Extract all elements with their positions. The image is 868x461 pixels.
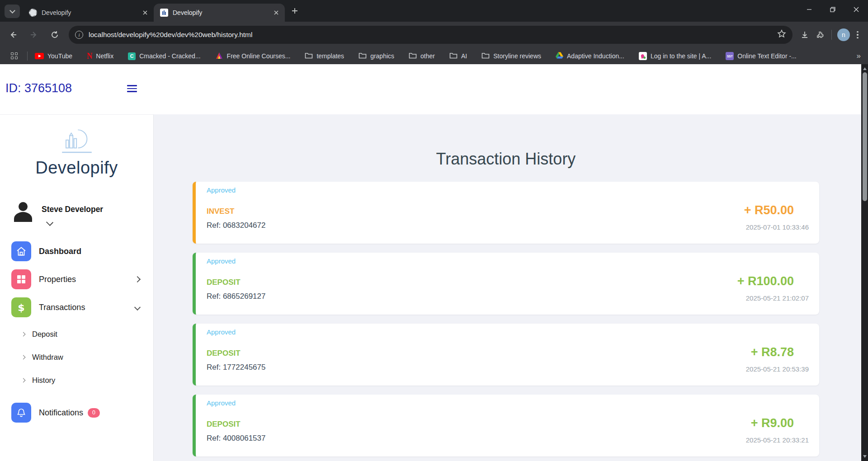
submenu-item-withdraw[interactable]: Withdraw [22, 353, 153, 362]
sidebar-item-transactions[interactable]: $ Transactions [11, 297, 144, 317]
new-tab-button[interactable] [288, 5, 301, 17]
bookmark-star-icon[interactable] [777, 29, 786, 40]
reload-button[interactable] [47, 27, 62, 42]
tab-close-icon[interactable] [141, 9, 149, 17]
bookmark-folder-storyline[interactable]: Storyline reviews [481, 52, 541, 60]
transaction-ref: Ref: 0683204672 [207, 221, 265, 230]
transaction-card: Approved INVEST Ref: 0683204672 + R50.00… [193, 182, 819, 244]
profile-name: Steve Developer [42, 205, 103, 214]
download-icon[interactable] [797, 27, 812, 42]
user-id-text: ID: 3765108 [5, 81, 72, 95]
transaction-type: DEPOSIT [207, 349, 265, 358]
scroll-up-icon[interactable] [861, 65, 868, 72]
submenu-item-deposit[interactable]: Deposit [22, 330, 153, 339]
browser-toolbar: i localhost/developify%20dev/dev%20web/h… [0, 22, 868, 48]
sidebar-item-label: Properties [39, 275, 76, 284]
menu-dots-icon[interactable] [852, 31, 863, 39]
browser-tab-inactive[interactable]: Developify [23, 4, 154, 22]
sidebar-item-properties[interactable]: Properties [11, 269, 144, 289]
transaction-date: 2025-05-21 20:53:39 [746, 365, 809, 373]
scrollbar-thumb[interactable] [863, 72, 867, 201]
netflix-icon: N [87, 51, 92, 61]
profile-block[interactable]: Steve Developer [13, 201, 153, 225]
chevron-down-icon [134, 304, 141, 310]
favicon [29, 9, 37, 17]
profile-avatar[interactable]: n [837, 28, 850, 41]
sidebar-item-label: Notifications [39, 408, 83, 418]
chevron-right-icon [21, 355, 26, 360]
sidebar-item-dashboard[interactable]: Dashboard [11, 241, 144, 261]
transaction-date: 2025-05-21 20:33:21 [746, 436, 809, 444]
extensions-icon[interactable] [812, 27, 828, 42]
transaction-card: Approved DEPOSIT Ref: 1772245675 + R8.78… [193, 324, 819, 386]
forward-button[interactable] [26, 27, 42, 42]
transaction-date: 2025-07-01 10:33:46 [744, 223, 809, 231]
sst-icon: SST [726, 52, 734, 60]
transaction-amount: + R50.00 [744, 203, 794, 217]
back-button[interactable] [5, 27, 21, 42]
restore-button[interactable] [821, 0, 844, 19]
transaction-type: DEPOSIT [207, 420, 265, 429]
browser-tab-active[interactable]: Developify [154, 4, 285, 22]
transaction-card: Approved DEPOSIT Ref: 6865269127 + R100.… [193, 253, 819, 315]
chevron-right-icon [134, 276, 141, 282]
bookmark-cmacked[interactable]: C Cmacked - Cracked... [128, 52, 200, 60]
login-site-icon [639, 52, 647, 60]
apps-grid-icon[interactable] [11, 52, 18, 60]
sidebar-item-label: Transactions [39, 303, 85, 312]
chevron-down-icon[interactable] [46, 219, 53, 226]
close-button[interactable] [844, 0, 868, 19]
tab-search-button[interactable] [5, 5, 20, 18]
bookmark-courses[interactable]: Free Online Courses... [215, 52, 291, 61]
brand-logo: Developify [0, 127, 153, 178]
home-icon [11, 241, 31, 261]
sidebar-item-label: Dashboard [39, 247, 81, 256]
folder-icon [305, 52, 313, 60]
address-bar[interactable]: i localhost/developify%20dev/dev%20web/h… [69, 26, 793, 44]
bookmark-adaptive[interactable]: Adaptive Induction... [556, 52, 624, 60]
folder-icon [481, 52, 490, 60]
minimize-button[interactable] [797, 0, 821, 19]
transaction-date: 2025-05-21 21:02:07 [737, 294, 809, 302]
favicon [160, 9, 168, 17]
bookmarks-bar: YouTube N Netflix C Cmacked - Cracked...… [0, 48, 868, 64]
bookmark-youtube[interactable]: YouTube [35, 52, 72, 60]
transaction-status: Approved [207, 328, 265, 336]
bookmark-login[interactable]: Log in to the site | A... [639, 52, 711, 60]
bookmark-texteditor[interactable]: SST Online Text Editor -... [726, 52, 796, 60]
bookmark-folder-ai[interactable]: AI [449, 52, 467, 60]
grid-icon [11, 269, 31, 289]
url-text[interactable]: localhost/developify%20dev/dev%20web/his… [89, 31, 777, 39]
cmacked-icon: C [128, 52, 136, 60]
chevron-right-icon [21, 332, 26, 337]
sidebar-menu: Dashboard Properties $ Transactions [0, 241, 153, 423]
tab-close-icon[interactable] [272, 9, 280, 17]
hamburger-menu-icon[interactable] [127, 85, 137, 94]
bookmark-netflix[interactable]: N Netflix [87, 52, 113, 61]
transaction-card: Approved DEPOSIT Ref: 4008061537 + R9.00… [193, 395, 819, 456]
site-info-icon[interactable]: i [75, 31, 83, 39]
scroll-down-icon[interactable] [861, 453, 868, 460]
bookmark-folder-templates[interactable]: templates [305, 52, 344, 60]
page: ID: 3765108 Developify [0, 64, 861, 461]
window-controls [797, 0, 868, 19]
transaction-ref: Ref: 4008061537 [207, 434, 265, 443]
brand-name: Developify [0, 158, 153, 178]
sidebar-item-notifications[interactable]: Notifications 0 [11, 403, 153, 423]
bookmarks-overflow-icon[interactable]: » [857, 52, 860, 61]
browser-tab-strip: Developify Developify [0, 0, 868, 22]
youtube-icon [35, 53, 44, 59]
transaction-type: DEPOSIT [207, 278, 265, 287]
transaction-status: Approved [207, 186, 265, 194]
folder-icon [449, 52, 458, 60]
transactions-submenu: Deposit Withdraw History [22, 330, 153, 385]
page-scrollbar[interactable] [861, 64, 868, 461]
bell-icon [11, 403, 31, 423]
drive-icon [556, 52, 563, 60]
transaction-ref: Ref: 6865269127 [207, 292, 265, 301]
transaction-status: Approved [207, 399, 265, 407]
submenu-item-history[interactable]: History [22, 376, 153, 385]
chevron-down-icon [9, 8, 15, 14]
bookmark-folder-graphics[interactable]: graphics [359, 52, 394, 60]
bookmark-folder-other[interactable]: other [409, 52, 435, 60]
